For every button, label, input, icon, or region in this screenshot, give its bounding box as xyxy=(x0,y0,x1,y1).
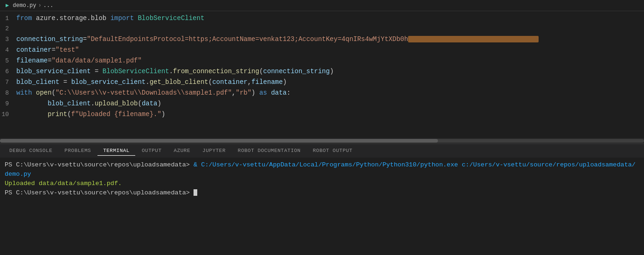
token-kw: as xyxy=(259,89,267,96)
panel-tab-output[interactable]: OUTPUT xyxy=(136,146,167,156)
token-func: open xyxy=(36,89,52,96)
token-var: blob_client xyxy=(16,78,59,86)
token-var: data xyxy=(271,89,287,96)
scrollbar-thumb xyxy=(0,139,438,143)
panel-tab-debug-console[interactable]: DEBUG CONSOLE xyxy=(4,146,58,156)
code-line: 9 blob_client.upload_blob(data) xyxy=(0,98,644,109)
terminal-prompt-text: PS C:\Users\v-vsettu\source\repos\upload… xyxy=(5,161,194,168)
token-op: = xyxy=(91,68,103,75)
token-op: ( xyxy=(138,100,141,107)
token-func: from_connection_string xyxy=(173,68,259,75)
token-op: ) xyxy=(283,78,286,86)
token-op: ( xyxy=(52,89,55,96)
terminal-line: PS C:\Users\v-vsettu\source\repos\upload… xyxy=(5,188,639,198)
token-plain xyxy=(256,89,259,96)
panel-tab-jupyter[interactable]: JUPYTER xyxy=(197,146,231,156)
token-var: filename xyxy=(251,78,283,86)
token-str: "test" xyxy=(55,46,79,54)
token-var: connection_string xyxy=(16,35,83,43)
token-plain: : xyxy=(287,89,291,96)
token-plain xyxy=(16,100,48,107)
token-var: filename xyxy=(16,57,48,64)
code-line: 10 print(f"Uploaded {filename}.") xyxy=(0,109,644,120)
token-op: ) xyxy=(157,100,161,107)
code-lines: 1from azure.storage.blob import BlobServ… xyxy=(0,11,644,122)
panel-tabs: DEBUG CONSOLEPROBLEMSTERMINALOUTPUTAZURE… xyxy=(0,144,644,158)
panel-tab-problems[interactable]: PROBLEMS xyxy=(59,146,97,156)
token-op: . xyxy=(145,78,149,86)
line-number: 2 xyxy=(0,24,16,34)
code-line: 7blob_client = blob_service_client.get_b… xyxy=(0,77,644,88)
token-var: data xyxy=(142,100,158,107)
code-content: blob_service_client = BlobServiceClient.… xyxy=(16,66,644,76)
line-number: 3 xyxy=(0,34,16,45)
token-op: ( xyxy=(208,78,212,86)
code-line: 2 xyxy=(0,24,644,34)
token-str: "DefaultEndpointsProtocol=https;AccountN… xyxy=(87,35,408,43)
line-number: 7 xyxy=(0,77,16,88)
terminal-area[interactable]: PS C:\Users\v-vsettu\source\repos\upload… xyxy=(0,158,644,255)
token-var: container xyxy=(16,46,52,54)
token-plain: azure.storage.blob xyxy=(32,14,111,22)
token-cls: BlobServiceClient xyxy=(103,68,169,75)
code-line: 3connection_string="DefaultEndpointsProt… xyxy=(0,34,644,45)
token-func: get_blob_client xyxy=(150,78,208,86)
terminal-cursor xyxy=(194,189,197,196)
scrollbar-track xyxy=(0,139,644,143)
token-func: upload_blob xyxy=(95,100,138,107)
panel-tab-azure[interactable]: AZURE xyxy=(168,146,196,156)
token-kw: import xyxy=(111,14,134,22)
token-op: ) xyxy=(161,110,165,118)
code-content: with open("C:\\Users\\v-vsettu\\Download… xyxy=(16,88,644,98)
code-content: print(f"Uploaded {filename}.") xyxy=(16,109,644,119)
token-plain xyxy=(16,110,48,118)
code-content: connection_string="DefaultEndpointsProto… xyxy=(16,34,644,44)
token-op: , xyxy=(232,89,235,96)
line-number: 10 xyxy=(0,110,16,120)
line-number: 5 xyxy=(0,56,16,66)
redacted-text xyxy=(408,36,539,42)
token-op: = xyxy=(59,78,71,86)
line-number: 6 xyxy=(0,67,16,77)
line-number: 9 xyxy=(0,99,16,109)
panel-tab-terminal[interactable]: TERMINAL xyxy=(97,146,135,156)
token-var: connection_string xyxy=(263,68,330,75)
code-content: container="test" xyxy=(16,45,644,55)
terminal-line: Uploaded data/data/sample1.pdf. xyxy=(5,179,639,188)
token-str: "C:\\Users\\v-vsettu\\Downloads\\sample1… xyxy=(55,89,232,96)
code-content: blob_client.upload_blob(data) xyxy=(16,98,644,109)
line-number: 4 xyxy=(0,45,16,55)
token-var: blob_client xyxy=(48,100,90,107)
editor-area: 1from azure.storage.blob import BlobServ… xyxy=(0,11,644,138)
horizontal-scrollbar[interactable] xyxy=(0,138,644,144)
code-line: 4container="test" xyxy=(0,45,644,55)
token-op: . xyxy=(169,68,173,75)
token-kw: with xyxy=(16,89,32,96)
code-content: blob_client = blob_service_client.get_bl… xyxy=(16,77,644,87)
code-line: 6blob_service_client = BlobServiceClient… xyxy=(0,66,644,77)
terminal-line: PS C:\Users\v-vsettu\source\repos\upload… xyxy=(5,160,639,179)
panel-tab-robot-documentation[interactable]: ROBOT DOCUMENTATION xyxy=(232,146,306,156)
breadcrumb-file: demo.py xyxy=(13,2,36,9)
breadcrumb-arrow: › xyxy=(38,2,42,9)
token-cls: BlobServiceClient xyxy=(138,14,204,22)
token-op: ( xyxy=(67,110,71,118)
token-func: print xyxy=(48,110,67,118)
token-str: "data/data/sample1.pdf" xyxy=(52,57,142,64)
code-line: 1from azure.storage.blob import BlobServ… xyxy=(0,13,644,24)
token-plain xyxy=(267,89,271,96)
token-var: container xyxy=(212,78,248,86)
code-line: 5filename="data/data/sample1.pdf" xyxy=(0,55,644,66)
file-icon: ▶ xyxy=(6,2,9,9)
token-str: "rb" xyxy=(236,89,252,96)
token-op: . xyxy=(91,100,95,107)
breadcrumb-more: ... xyxy=(43,2,54,9)
line-number: 8 xyxy=(0,88,16,98)
token-op: = xyxy=(52,46,55,54)
token-var: blob_service_client xyxy=(16,68,91,75)
token-kw: from xyxy=(16,14,32,22)
token-plain xyxy=(32,89,36,96)
panel-tab-robot-output[interactable]: ROBOT OUTPUT xyxy=(307,146,358,156)
token-op: = xyxy=(83,35,87,43)
code-line: 8with open("C:\\Users\\v-vsettu\\Downloa… xyxy=(0,88,644,98)
